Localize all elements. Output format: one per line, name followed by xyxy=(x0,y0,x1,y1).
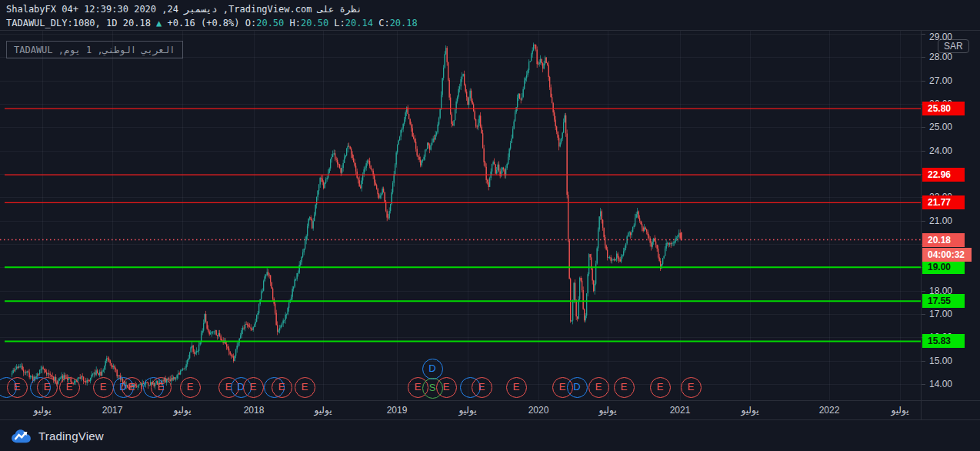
time-tick-label: يوليو xyxy=(21,404,64,416)
event-marker-e[interactable]: E xyxy=(59,377,80,398)
price-tick-mark xyxy=(922,384,925,385)
event-marker-e[interactable]: E xyxy=(588,377,609,398)
time-tick-label: 2018 xyxy=(232,404,275,416)
title-month: ديسمبر xyxy=(184,4,217,15)
tradingview-logo-icon[interactable] xyxy=(11,428,32,444)
title-site: ,TradingView.com xyxy=(223,4,312,15)
price-tick-label: 28.00 xyxy=(929,51,952,63)
candlestick-chart[interactable] xyxy=(0,31,921,400)
time-tick-label: 2019 xyxy=(375,404,418,416)
price-tick-mark xyxy=(922,314,925,315)
bar-countdown-timer: 04:00:32 xyxy=(922,248,972,262)
price-tick-label: 15.00 xyxy=(929,355,952,367)
high-label: H: xyxy=(290,18,301,28)
chart-header: ShalabyFX 04+ 12:39:30 2020 ,24 ديسمبر ,… xyxy=(0,0,980,31)
level-price-label[interactable]: 25.80 xyxy=(922,102,965,115)
event-marker-e[interactable]: E xyxy=(650,377,671,398)
price-tick-label: 25.00 xyxy=(929,121,952,133)
event-marker-d[interactable]: D xyxy=(422,359,443,379)
price-tick-mark xyxy=(922,291,925,292)
event-marker-e[interactable]: E xyxy=(243,377,264,398)
tradingview-chart-page: ShalabyFX 04+ 12:39:30 2020 ,24 ديسمبر ,… xyxy=(0,0,980,451)
event-marker-e[interactable]: E xyxy=(614,377,635,398)
price-tick-mark xyxy=(922,221,925,222)
symbol-watermark: TADAWUL العربي الوطني, 1 يوم, xyxy=(6,41,183,58)
time-tick-label: يوليو xyxy=(586,404,629,416)
level-price-label[interactable]: 19.00 xyxy=(922,260,965,274)
price-tick-mark xyxy=(922,151,925,152)
symbol-name[interactable]: TADAWUL_DLY:1080, xyxy=(6,18,101,28)
watermark-symbol: TADAWUL xyxy=(14,45,58,55)
price-tick-mark xyxy=(922,81,925,82)
price-axis[interactable]: SAR 29.0028.0027.0026.0025.0024.0023.002… xyxy=(921,31,980,419)
event-marker-d[interactable]: D xyxy=(567,377,588,398)
event-marker-e[interactable]: E xyxy=(295,377,315,398)
event-marker-e[interactable]: E xyxy=(151,377,172,398)
price-tick-label: 29.00 xyxy=(929,31,952,43)
time-tick-label: يوليو xyxy=(446,404,489,416)
price-tick-mark xyxy=(922,127,925,128)
title-author-date: ShalabyFX 04+ 12:39:30 2020 ,24 xyxy=(6,4,178,15)
time-axis[interactable]: يوليو2017يوليو2018يوليو2019يوليو2020يولي… xyxy=(0,400,980,419)
time-tick-label: يوليو xyxy=(302,404,345,416)
time-tick-label: يوليو xyxy=(161,404,204,416)
footer-brand-text[interactable]: TradingView xyxy=(38,429,104,443)
price-tick-label: 14.00 xyxy=(929,378,952,390)
level-price-label[interactable]: 21.77 xyxy=(922,195,965,209)
time-tick-label: يوليو xyxy=(728,404,772,416)
event-marker-e[interactable]: E xyxy=(436,377,457,398)
event-marker-e[interactable]: E xyxy=(506,377,527,398)
footer-bar: TradingView xyxy=(0,419,980,451)
event-marker-e[interactable]: E xyxy=(7,377,28,398)
published-chart-title: ShalabyFX 04+ 12:39:30 2020 ,24 ديسمبر ,… xyxy=(6,2,980,16)
event-marker-e[interactable]: E xyxy=(122,377,142,398)
event-marker-e[interactable]: E xyxy=(37,377,58,398)
event-marker-e[interactable]: E xyxy=(472,377,492,398)
interval[interactable]: 1D xyxy=(106,18,117,28)
price-tick-label: 17.00 xyxy=(929,308,952,320)
close-value: 20.18 xyxy=(390,18,418,28)
event-marker-e[interactable]: E xyxy=(681,377,702,398)
time-tick-label: 2020 xyxy=(517,404,560,416)
low-label: L: xyxy=(334,18,345,28)
price-change: +0.16 (+0.8%) xyxy=(168,18,240,28)
price-tick-mark xyxy=(922,57,925,58)
price-tick-label: 24.00 xyxy=(929,145,952,157)
event-marker-e[interactable]: E xyxy=(93,377,114,398)
high-value: 20.50 xyxy=(301,18,328,28)
price-tick-mark xyxy=(922,361,925,362)
open-label: O: xyxy=(245,18,256,28)
open-value: 20.50 xyxy=(256,18,284,28)
current-price-label[interactable]: 20.18 xyxy=(922,233,965,247)
time-tick-label: 2017 xyxy=(91,404,134,416)
title-prefix: نظرة على xyxy=(318,4,362,15)
symbol-status-row: TADAWUL_DLY:1080, 1D 20.18 ▲ +0.16 (+0.8… xyxy=(6,16,980,30)
last-price: 20.18 xyxy=(123,18,151,28)
level-price-label[interactable]: 22.96 xyxy=(922,168,965,182)
event-marker-e[interactable]: E xyxy=(272,377,292,398)
level-price-label[interactable]: 15.83 xyxy=(922,334,965,348)
low-value: 20.14 xyxy=(345,18,373,28)
price-tick-label: 21.00 xyxy=(929,215,952,227)
time-tick-label: يوليو xyxy=(878,404,922,416)
time-tick-label: 2021 xyxy=(658,404,702,416)
price-tick-mark xyxy=(922,34,925,35)
event-marker-e[interactable]: E xyxy=(180,377,201,398)
level-price-label[interactable]: 17.55 xyxy=(922,294,965,308)
chart-canvas[interactable]: TADAWUL العربي الوطني, 1 يوم, EEEEDEEEED… xyxy=(0,31,921,400)
price-tick-label: 27.00 xyxy=(929,75,952,87)
close-label: C: xyxy=(378,18,389,28)
watermark-description: العربي الوطني, 1 يوم, xyxy=(58,45,175,55)
time-tick-label: 2022 xyxy=(808,404,851,416)
